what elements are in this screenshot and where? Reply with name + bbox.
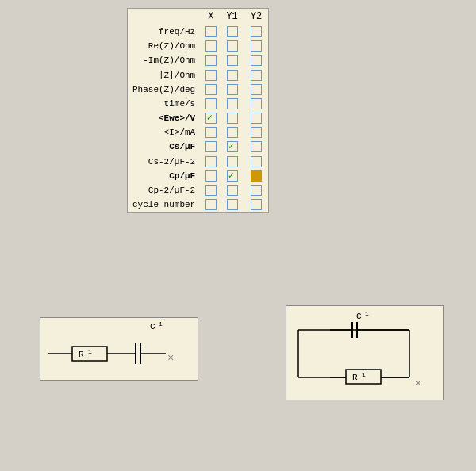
checkbox-y1-0[interactable] (220, 25, 244, 39)
circuit-series: C 1 R 1 × (40, 317, 198, 381)
row-label-9: Cs-2/µF-2 (128, 155, 202, 169)
row-label-5: time/s (128, 97, 202, 111)
checkbox-y1-1[interactable] (220, 39, 244, 53)
checkbox-x-11[interactable] (202, 183, 220, 197)
checkbox-y2-1[interactable] (244, 39, 268, 53)
row-label-3: |Z|/Ohm (128, 68, 202, 82)
checkbox-x-4[interactable] (202, 82, 220, 97)
col-y1-header: Y1 (220, 9, 244, 25)
checkbox-y2-12[interactable] (244, 197, 268, 212)
checkbox-x-7[interactable] (202, 125, 220, 140)
row-label-6: <Ewe>/V (128, 111, 202, 125)
row-label-10: Cp/µF (128, 169, 202, 183)
table-row: -Im(Z)/Ohm (128, 53, 268, 67)
checkbox-y2-5[interactable] (244, 97, 268, 111)
checkbox-x-9[interactable] (202, 155, 220, 169)
checkbox-y2-3[interactable] (244, 68, 268, 82)
table-row: freq/Hz (128, 25, 268, 39)
col-x-header: X (202, 9, 220, 25)
row-label-1: Re(Z)/Ohm (128, 39, 202, 53)
checkbox-y1-10[interactable] (220, 169, 244, 183)
checkbox-y2-0[interactable] (244, 25, 268, 39)
checkbox-x-10[interactable] (202, 169, 220, 183)
checkbox-y1-4[interactable] (220, 82, 244, 97)
checkbox-x-3[interactable] (202, 68, 220, 82)
checkbox-y1-6[interactable] (220, 111, 244, 125)
row-label-8: Cs/µF (128, 140, 202, 154)
row-label-7: <I>/mA (128, 125, 202, 140)
table-row: <I>/mA (128, 125, 268, 140)
checkbox-y2-9[interactable] (244, 155, 268, 169)
row-label-11: Cp-2/µF-2 (128, 183, 202, 197)
checkbox-x-0[interactable] (202, 25, 220, 39)
checkbox-y1-11[interactable] (220, 183, 244, 197)
checkbox-y2-11[interactable] (244, 183, 268, 197)
svg-text:1: 1 (159, 320, 163, 327)
row-label-2: -Im(Z)/Ohm (128, 53, 202, 67)
checkbox-y1-2[interactable] (220, 53, 244, 67)
checkbox-x-2[interactable] (202, 53, 220, 67)
checkbox-y1-9[interactable] (220, 155, 244, 169)
checkbox-y2-10[interactable] (244, 169, 268, 183)
checkbox-y1-5[interactable] (220, 97, 244, 111)
svg-text:×: × (415, 377, 421, 390)
table-row: Cp/µF (128, 169, 268, 183)
checkbox-x-8[interactable] (202, 140, 220, 154)
table-row: cycle number (128, 197, 268, 212)
table-row: time/s (128, 97, 268, 111)
row-label-4: Phase(Z)/deg (128, 82, 202, 97)
svg-text:1: 1 (365, 310, 369, 317)
checkbox-y2-7[interactable] (244, 125, 268, 140)
svg-text:C: C (356, 312, 362, 321)
table-row: Cp-2/µF-2 (128, 183, 268, 197)
table-row: Cs-2/µF-2 (128, 155, 268, 169)
table-row: Phase(Z)/deg (128, 82, 268, 97)
checkbox-y2-4[interactable] (244, 82, 268, 97)
circuit-parallel: C 1 R 1 × (286, 305, 444, 400)
svg-text:1: 1 (88, 348, 92, 355)
data-table: X Y1 Y2 freq/HzRe(Z)/Ohm-Im(Z)/Ohm|Z|/Oh… (127, 8, 269, 213)
checkbox-x-5[interactable] (202, 97, 220, 111)
checkbox-x-12[interactable] (202, 197, 220, 212)
checkbox-y1-3[interactable] (220, 68, 244, 82)
row-label-12: cycle number (128, 197, 202, 212)
table-header: X Y1 Y2 (128, 9, 268, 25)
col-y2-header: Y2 (244, 9, 268, 25)
svg-text:R: R (352, 373, 358, 382)
checkbox-y1-8[interactable] (220, 140, 244, 154)
checkbox-y2-2[interactable] (244, 53, 268, 67)
row-label-0: freq/Hz (128, 25, 202, 39)
checkbox-y1-7[interactable] (220, 125, 244, 140)
checkbox-y2-6[interactable] (244, 111, 268, 125)
checkbox-y1-12[interactable] (220, 197, 244, 212)
svg-text:×: × (167, 352, 174, 365)
checkbox-x-6[interactable] (202, 111, 220, 125)
svg-text:C: C (150, 322, 155, 331)
checkbox-x-1[interactable] (202, 39, 220, 53)
checkbox-y2-8[interactable] (244, 140, 268, 154)
table-row: <Ewe>/V (128, 111, 268, 125)
svg-text:1: 1 (362, 371, 366, 378)
svg-text:R: R (79, 350, 84, 359)
table-row: |Z|/Ohm (128, 68, 268, 82)
table-row: Re(Z)/Ohm (128, 39, 268, 53)
table-row: Cs/µF (128, 140, 268, 154)
